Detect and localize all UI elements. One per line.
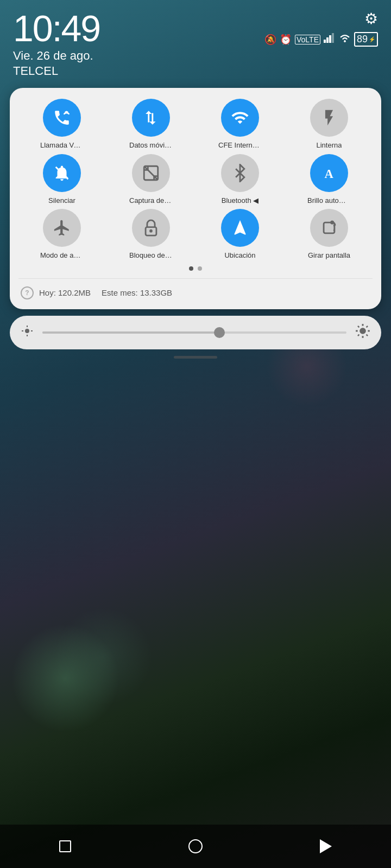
quick-settings-grid: Llamada VoWiFi Datos móviles CFE Interne… — [18, 99, 373, 260]
qs-circle-wifi — [221, 99, 259, 137]
svg-line-29 — [367, 326, 368, 327]
qs-label-bluetooth: Bluetooth ◀ — [222, 196, 259, 205]
qs-label-screenshot: Captura de pant. — [129, 196, 173, 205]
svg-point-16 — [331, 221, 333, 224]
svg-line-28 — [367, 334, 368, 335]
qs-item-airplane[interactable]: Modo de avión — [18, 209, 105, 260]
home-icon — [188, 839, 203, 853]
data-usage: ? Hoy: 120.2MB Este mes: 13.33GB — [18, 285, 373, 301]
qs-item-silent[interactable]: Silenciar — [18, 154, 105, 205]
qs-label-vowifi: Llamada VoWiFi — [40, 141, 84, 150]
svg-rect-1 — [326, 37, 329, 43]
qs-item-bluetooth[interactable]: Bluetooth ◀ — [197, 154, 283, 205]
svg-line-30 — [358, 334, 359, 335]
qs-item-rotate[interactable]: Girar pantalla — [286, 209, 373, 260]
qs-item-vowifi[interactable]: Llamada VoWiFi — [18, 99, 105, 150]
alarm-icon: ⏰ — [280, 34, 292, 46]
qs-label-wifi: CFE Internet ◀ — [218, 141, 262, 150]
battery-icon: 89 ⚡ — [354, 32, 378, 47]
back-icon — [320, 839, 332, 853]
qs-label-airplane: Modo de avión — [40, 251, 84, 260]
home-button[interactable] — [182, 833, 209, 860]
mute-icon: 🔕 — [264, 34, 276, 46]
battery-level: 89 — [357, 34, 368, 45]
qs-circle-screenshot — [132, 154, 170, 192]
recents-icon — [59, 840, 71, 852]
drag-handle[interactable] — [0, 356, 391, 359]
qs-label-auto-brightness: Brillo automático — [307, 196, 351, 205]
dot-2[interactable] — [198, 266, 202, 271]
qs-circle-flashlight — [310, 99, 348, 137]
qs-label-flashlight: Linterna — [317, 141, 342, 150]
signal-icon — [324, 33, 336, 46]
brightness-low-icon — [21, 324, 34, 341]
data-usage-icon: ? — [21, 286, 34, 299]
svg-rect-2 — [329, 35, 331, 43]
qs-item-screenshot[interactable]: Captura de pant. — [108, 154, 194, 205]
svg-line-7 — [144, 166, 158, 180]
qs-item-screen-lock[interactable]: Bloqueo de pant. — [108, 209, 194, 260]
drag-handle-bar — [174, 356, 217, 359]
nav-bar — [0, 825, 391, 868]
qs-circle-mobile-data — [132, 99, 170, 137]
svg-rect-0 — [324, 40, 326, 43]
qs-item-auto-brightness[interactable]: A Brillo automático — [286, 154, 373, 205]
status-right: ⚙ 🔕 ⏰ VoLTE — [264, 10, 378, 47]
quick-settings-panel: Llamada VoWiFi Datos móviles CFE Interne… — [10, 88, 381, 309]
status-bar: 10:49 Vie. 26 de ago. TELCEL ⚙ 🔕 ⏰ VoLTE — [0, 0, 391, 82]
dot-1[interactable] — [189, 266, 193, 271]
status-date: Vie. 26 de ago. — [13, 49, 100, 63]
qs-circle-vowifi — [43, 99, 81, 137]
panel-divider — [18, 278, 373, 279]
qs-circle-location — [221, 209, 259, 247]
qs-label-screen-lock: Bloqueo de pant. — [129, 251, 173, 260]
svg-point-4 — [344, 41, 346, 43]
brightness-fill — [42, 331, 225, 334]
volte-icon: VoLTE — [295, 35, 320, 44]
qs-circle-screen-lock — [132, 209, 170, 247]
brightness-high-icon — [355, 323, 370, 342]
svg-rect-3 — [332, 33, 334, 43]
clock-time: 10:49 — [13, 10, 100, 47]
qs-item-flashlight[interactable]: Linterna — [286, 99, 373, 150]
brightness-track[interactable] — [42, 331, 346, 334]
qs-item-wifi[interactable]: CFE Internet ◀ — [197, 99, 283, 150]
status-carrier: TELCEL — [13, 64, 100, 78]
pagination-dots — [18, 266, 373, 271]
recents-button[interactable] — [52, 833, 79, 860]
qs-item-mobile-data[interactable]: Datos móviles — [108, 99, 194, 150]
qs-circle-bluetooth — [221, 154, 259, 192]
qs-circle-rotate — [310, 209, 348, 247]
qs-label-location: Ubicación — [224, 251, 255, 260]
qs-item-location[interactable]: Ubicación — [197, 209, 283, 260]
data-usage-month: Este mes: 13.33GB — [102, 288, 172, 297]
status-icons: 🔕 ⏰ VoLTE — [264, 32, 378, 47]
back-button[interactable] — [312, 833, 339, 860]
qs-circle-silent — [43, 154, 81, 192]
qs-label-rotate: Girar pantalla — [308, 251, 350, 260]
svg-text:A: A — [325, 167, 334, 180]
svg-point-14 — [150, 230, 152, 232]
qs-circle-airplane — [43, 209, 81, 247]
brightness-thumb[interactable] — [214, 327, 225, 338]
data-usage-today: Hoy: 120.2MB — [39, 288, 91, 297]
wifi-status-icon — [339, 33, 351, 46]
bg-decoration-2 — [54, 608, 152, 705]
settings-icon[interactable]: ⚙ — [364, 10, 378, 28]
svg-line-27 — [358, 326, 359, 327]
qs-label-mobile-data: Datos móviles — [129, 141, 173, 150]
svg-point-22 — [360, 328, 366, 334]
status-left: 10:49 Vie. 26 de ago. TELCEL — [13, 10, 100, 78]
qs-label-silent: Silenciar — [48, 196, 75, 205]
qs-circle-auto-brightness: A — [310, 154, 348, 192]
brightness-slider-container[interactable] — [10, 316, 381, 349]
svg-point-17 — [25, 329, 29, 333]
